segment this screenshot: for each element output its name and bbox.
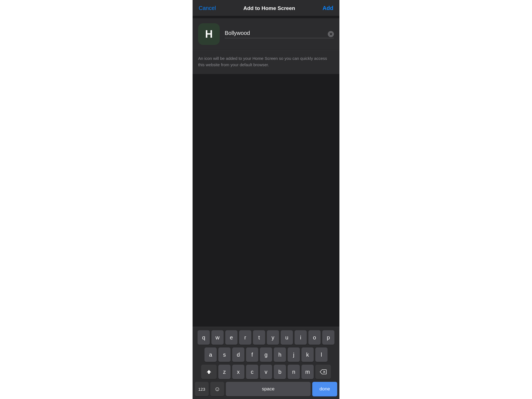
emoji-key[interactable]: ☺ <box>210 382 224 396</box>
space-key[interactable]: space <box>226 382 311 396</box>
key-g[interactable]: g <box>260 347 272 362</box>
phone-panel: Cancel Add to Home Screen Add H An icon … <box>193 0 339 399</box>
key-w[interactable]: w <box>211 330 224 345</box>
numbers-key[interactable]: 123 <box>195 382 209 396</box>
cancel-button[interactable]: Cancel <box>199 5 216 11</box>
clear-button[interactable] <box>328 31 334 37</box>
right-side <box>339 0 532 399</box>
key-y[interactable]: y <box>267 330 279 345</box>
key-d[interactable]: d <box>232 347 244 362</box>
shift-icon <box>206 369 212 375</box>
key-e[interactable]: e <box>225 330 237 345</box>
app-name-input[interactable] <box>225 30 324 36</box>
key-t[interactable]: t <box>253 330 265 345</box>
keyboard-bottom-row: 123 ☺ space done <box>194 382 338 396</box>
key-v[interactable]: v <box>260 365 272 379</box>
keyboard: q w e r t y u i o p a s d f g h j k <box>193 327 339 399</box>
keyboard-row-3: z x c v b n m <box>194 365 338 379</box>
content-area <box>193 74 339 327</box>
left-side <box>0 0 193 399</box>
key-k[interactable]: k <box>301 347 314 362</box>
key-z[interactable]: z <box>218 365 231 379</box>
app-icon: H <box>198 23 220 45</box>
key-a[interactable]: a <box>204 347 217 362</box>
key-m[interactable]: m <box>301 365 314 379</box>
add-button[interactable]: Add <box>323 5 333 11</box>
key-c[interactable]: c <box>246 365 258 379</box>
dialog-header: Cancel Add to Home Screen Add <box>193 0 339 16</box>
app-name-container <box>225 30 334 38</box>
key-j[interactable]: j <box>288 347 300 362</box>
backspace-key[interactable] <box>315 365 331 379</box>
key-u[interactable]: u <box>281 330 293 345</box>
dialog-title: Add to Home Screen <box>243 5 295 11</box>
key-r[interactable]: r <box>239 330 251 345</box>
key-s[interactable]: s <box>218 347 231 362</box>
key-b[interactable]: b <box>274 365 286 379</box>
keyboard-row-2: a s d f g h j k l <box>194 347 338 362</box>
key-q[interactable]: q <box>198 330 210 345</box>
key-h[interactable]: h <box>274 347 286 362</box>
key-n[interactable]: n <box>288 365 300 379</box>
app-icon-letter: H <box>205 28 213 40</box>
key-f[interactable]: f <box>246 347 258 362</box>
key-x[interactable]: x <box>232 365 244 379</box>
backspace-icon <box>319 369 327 375</box>
shift-key[interactable] <box>201 365 217 379</box>
key-i[interactable]: i <box>295 330 307 345</box>
key-p[interactable]: p <box>322 330 334 345</box>
key-o[interactable]: o <box>308 330 321 345</box>
app-name-row: H <box>193 18 339 50</box>
keyboard-row-1: q w e r t y u i o p <box>194 330 338 345</box>
description-text: An icon will be added to your Home Scree… <box>198 55 334 68</box>
description-section: An icon will be added to your Home Scree… <box>193 50 339 74</box>
done-key[interactable]: done <box>312 382 337 396</box>
key-l[interactable]: l <box>315 347 328 362</box>
